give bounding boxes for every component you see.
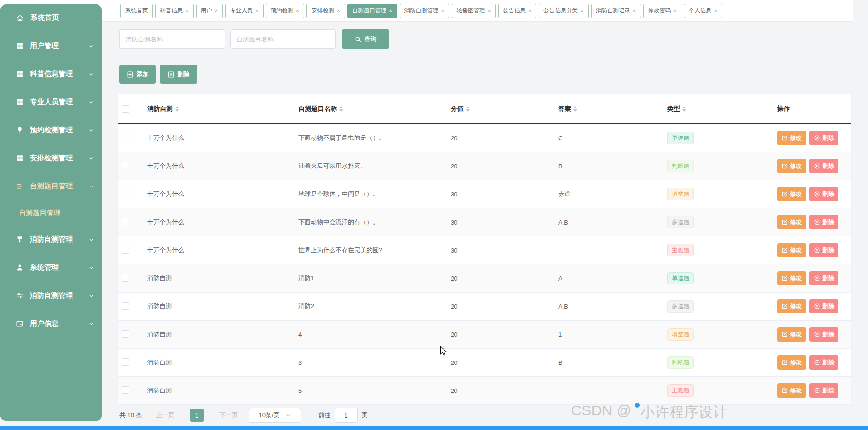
edit-button[interactable]: 修改 [777, 159, 806, 173]
tab-1[interactable]: 系统首页 [120, 4, 153, 18]
sort-ascending-icon[interactable] [466, 106, 470, 108]
sort-descending-icon[interactable] [175, 109, 179, 112]
sort-carets-icon[interactable] [573, 106, 577, 112]
delete-button[interactable]: 删除 [809, 327, 838, 342]
tab-close-icon[interactable]: × [528, 8, 532, 14]
row-checkbox[interactable] [122, 162, 129, 169]
tab-14[interactable]: 个人信息× [684, 4, 722, 18]
sidebar-item-9[interactable]: 系统管理 [0, 254, 102, 282]
tab-close-icon[interactable]: × [632, 8, 636, 14]
prev-page-button[interactable]: 上一页 [150, 409, 181, 422]
sort-descending-icon[interactable] [339, 109, 343, 112]
delete-button[interactable]: 删除 [809, 355, 838, 370]
edit-button[interactable]: 修改 [777, 131, 806, 145]
delete-button[interactable]: 删除 [809, 215, 838, 229]
edit-button[interactable]: 修改 [777, 355, 806, 370]
page-size-select[interactable]: 10条/页 [249, 408, 301, 423]
delete-button[interactable]: 删除 [809, 299, 838, 313]
column-header-2[interactable]: 自测题目名称 [296, 105, 448, 113]
tab-5[interactable]: 预约检测× [266, 4, 305, 18]
sidebar-subitem[interactable]: 自测题目管理 [0, 200, 102, 225]
edit-button[interactable]: 修改 [777, 215, 806, 229]
tab-6[interactable]: 安排检测× [306, 4, 345, 18]
delete-button[interactable]: 删除 [809, 187, 838, 201]
edit-button[interactable]: 修改 [777, 327, 806, 342]
edit-button[interactable]: 修改 [777, 271, 806, 285]
current-page-button[interactable]: 1 [190, 409, 204, 422]
tab-close-icon[interactable]: × [441, 8, 445, 14]
sort-descending-icon[interactable] [573, 109, 577, 112]
column-header-3[interactable]: 分值 [448, 105, 556, 113]
sort-ascending-icon[interactable] [339, 106, 343, 108]
sort-ascending-icon[interactable] [175, 106, 179, 108]
tab-12[interactable]: 消防自测记录× [591, 4, 641, 18]
tab-close-icon[interactable]: × [185, 8, 189, 14]
row-checkbox[interactable] [122, 302, 129, 310]
next-page-button[interactable]: 下一页 [213, 409, 244, 422]
sort-ascending-icon[interactable] [573, 106, 577, 108]
row-checkbox[interactable] [122, 218, 129, 225]
tab-close-icon[interactable]: × [296, 8, 300, 14]
tab-11[interactable]: 公告信息分类× [539, 4, 589, 18]
sort-carets-icon[interactable] [682, 106, 686, 112]
edit-button[interactable]: 修改 [777, 187, 806, 201]
sidebar-item-7[interactable]: 自测题目管理 [0, 172, 102, 200]
tab-close-icon[interactable]: × [389, 8, 393, 14]
sidebar-item-5[interactable]: 预约检测管理 [0, 116, 102, 144]
sidebar-item-10[interactable]: 消防自测管理 [0, 282, 102, 310]
edit-button[interactable]: 修改 [777, 243, 806, 257]
tab-2[interactable]: 科普信息× [155, 4, 194, 18]
batch-delete-button[interactable]: 删除 [160, 65, 197, 84]
query-button[interactable]: 查询 [342, 29, 389, 49]
tab-close-icon[interactable]: × [487, 8, 491, 14]
sidebar-item-4[interactable]: 专业人员管理 [0, 88, 102, 116]
sidebar-item-8[interactable]: 消防自测管理 [0, 225, 102, 254]
sort-ascending-icon[interactable] [682, 106, 686, 108]
sidebar-item-11[interactable]: 用户信息 [0, 310, 102, 338]
column-header-4[interactable]: 答案 [556, 105, 665, 113]
delete-button[interactable]: 删除 [809, 159, 838, 173]
delete-button[interactable]: 删除 [809, 383, 838, 398]
sort-descending-icon[interactable] [466, 109, 470, 112]
delete-button[interactable]: 删除 [809, 243, 838, 257]
column-header-1[interactable]: 消防自测 [145, 105, 296, 113]
row-checkbox[interactable] [122, 246, 129, 254]
goto-page-input[interactable] [335, 408, 358, 423]
tab-9[interactable]: 轮播图管理× [452, 4, 496, 18]
row-checkbox[interactable] [122, 274, 129, 282]
delete-button[interactable]: 删除 [809, 271, 838, 285]
fire-selftest-name-input[interactable] [119, 29, 225, 49]
tab-close-icon[interactable]: × [714, 8, 718, 14]
select-all-checkbox[interactable] [122, 105, 129, 113]
tab-13[interactable]: 修改密码× [643, 4, 682, 18]
tab-10[interactable]: 公告信息× [498, 4, 537, 18]
sidebar-item-6[interactable]: 安排检测管理 [0, 144, 102, 172]
edit-button[interactable]: 修改 [777, 383, 806, 398]
row-checkbox[interactable] [122, 330, 129, 338]
edit-button[interactable]: 修改 [777, 299, 806, 313]
tab-close-icon[interactable]: × [673, 8, 677, 14]
tab-7[interactable]: 自测题目管理× [347, 4, 397, 18]
add-button[interactable]: 添加 [119, 65, 156, 84]
tab-8[interactable]: 消防自测管理× [400, 4, 450, 18]
tab-close-icon[interactable]: × [255, 8, 259, 14]
sort-descending-icon[interactable] [682, 109, 686, 112]
sort-carets-icon[interactable] [466, 106, 470, 112]
row-checkbox[interactable] [122, 134, 129, 141]
row-checkbox[interactable] [122, 190, 129, 197]
row-checkbox[interactable] [122, 358, 129, 366]
tab-close-icon[interactable]: × [580, 8, 584, 14]
tab-close-icon[interactable]: × [215, 8, 218, 14]
sidebar-item-3[interactable]: 科普信息管理 [0, 60, 102, 88]
tab-close-icon[interactable]: × [336, 8, 340, 14]
sidebar-item-1[interactable]: 系统首页 [0, 4, 102, 32]
row-checkbox[interactable] [122, 386, 129, 394]
question-name-input[interactable] [230, 29, 336, 49]
tab-3[interactable]: 用户× [196, 4, 223, 18]
sort-carets-icon[interactable] [175, 106, 179, 112]
column-header-5[interactable]: 类型 [665, 105, 775, 113]
delete-button[interactable]: 删除 [809, 131, 838, 145]
sidebar-item-2[interactable]: 用户管理 [0, 32, 102, 60]
tab-4[interactable]: 专业人员× [225, 4, 264, 18]
sort-carets-icon[interactable] [339, 106, 343, 112]
